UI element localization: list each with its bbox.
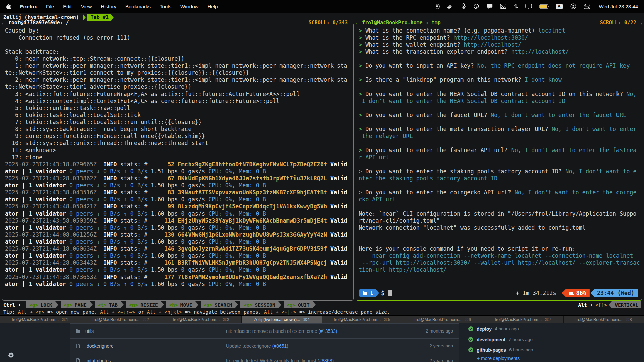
commit-age: 2 years ago [429, 343, 453, 348]
terminal-line: > What is the transaction explorer endpo… [359, 48, 641, 55]
left-pane[interactable]: root@d778a97e59de: / SCROLL: 0/343 Cause… [2, 23, 354, 301]
terminal-line: nter the staking pools factory account I… [359, 175, 641, 182]
deployment-name[interactable]: development [477, 337, 505, 342]
hint-quit: <q>QUIT [284, 301, 313, 308]
microphone-icon[interactable] [461, 3, 466, 9]
terminal-line: 8: std::sys::backtrace::__rust_begin_sho… [5, 126, 353, 133]
terminal-tab-7[interactable]: frol@MacBookPro.hom...⌘7 [483, 316, 564, 323]
control-center-icon[interactable] [584, 3, 590, 9]
file-name[interactable]: utils [85, 328, 226, 334]
commit-message: fix: exclude test WebAssembly from lingu… [226, 358, 334, 362]
commit-message: nit: refactor: remove a bunch of extern … [226, 328, 337, 334]
status-hints: <g>LOCK<p>PANE<t>TAB<n>RESIZE<h>MOVE<s>S… [26, 301, 318, 308]
file-name[interactable]: .gitattributes [85, 358, 226, 362]
terminal-line [359, 69, 641, 76]
terminal-line: > Do you want to enter the NEAR Social D… [359, 90, 641, 98]
terminal-tab-5[interactable]: frol@MacBookPro.hom...⌘5 [322, 316, 402, 323]
terminal-line: 1: near_network::peer_manager::network_s… [5, 62, 353, 69]
input-a-icon[interactable]: A [556, 4, 563, 9]
terminal-line: > What is the wallet endpoint? http://lo… [359, 41, 641, 48]
prompt-symbol: $ [381, 290, 384, 296]
menu-clock[interactable]: Wed Jul 23 23:44 [599, 4, 638, 9]
menu-file[interactable]: File [46, 4, 54, 9]
terminal-line: > Do you want to enter the fastnear API … [359, 147, 641, 154]
file-row: utilsnit: refactor: remove a bunch of ex… [70, 324, 459, 339]
shell-prompt: t $ + 1m 34.212s 86% 23:44 (Wed) [359, 289, 638, 297]
terminal-line: 2025-07-23T21:43:28.033862Z INFO stats: … [5, 175, 353, 182]
record-icon[interactable] [435, 4, 440, 9]
time-segment: 23:44 (Wed) [590, 289, 638, 297]
terminal-tab-1[interactable]: frol@MacBookPro.hom...⌘1 [0, 316, 80, 323]
deployment-name[interactable]: deploy [477, 326, 492, 332]
terminal-line: ator | 1 validator 0 peers ↓ 0 B/s ↑ 0 B… [5, 196, 353, 203]
menu-view[interactable]: View [81, 4, 92, 9]
display-icon[interactable] [525, 4, 532, 9]
terminal-line: 2025-07-23T21:43:38.043516Z INFO stats: … [5, 189, 353, 196]
terminal-line: ator | 1 validator 0 peers ↓ 0 B/s ↑ 0 B… [5, 252, 353, 259]
spiral-icon[interactable] [473, 3, 479, 9]
battery-icon[interactable] [539, 4, 548, 9]
left-pane-content: Caused by: Connection refused (os error … [5, 27, 353, 299]
menu-edit[interactable]: Edit [63, 4, 72, 9]
pr-link[interactable]: (#8868) [318, 358, 334, 362]
terminal-line: rt/near-cli/config.toml" [359, 217, 641, 224]
menu-bookmarks[interactable]: Bookmarks [125, 4, 151, 9]
menu-history[interactable]: History [101, 4, 116, 9]
terminal-line: 2025-07-23T21:44:18.060634Z INFO stats: … [5, 245, 353, 252]
pr-link[interactable]: (#8651) [272, 343, 288, 349]
file-icon [75, 343, 81, 349]
media-icon[interactable] [500, 4, 506, 9]
terminal-line: ator | 1 validator 0 peers ↓ 0 B/s ↑ 0 B… [5, 182, 353, 189]
pane-area: root@d778a97e59de: / SCROLL: 0/343 Cause… [0, 22, 644, 301]
terminal-line [5, 41, 353, 48]
more-deployments-link[interactable]: + more deployments [477, 356, 520, 361]
folder-icon [362, 291, 367, 295]
right-pane[interactable]: frol@MacBookPro.home : tmp SCROLL: 0/22 … [356, 23, 642, 301]
pr-link[interactable]: (#13533) [318, 328, 337, 334]
left-pane-scroll-indicator: SCROLL: 0/343 [307, 20, 350, 26]
terminal-line [359, 55, 641, 62]
terminal-line [359, 83, 641, 90]
terminal-tab-2[interactable]: frol@MacBookPro.hom...⌘2 [80, 316, 161, 323]
terminal-line [359, 105, 641, 112]
file-name[interactable]: .dockerignore [85, 343, 226, 349]
terminal-line: Note: `near` CLI configuration is stored… [359, 210, 641, 217]
terminal-line: te::NetworkState>::tier1_connect_to_my_p… [5, 69, 353, 76]
deployments-panel: deploy4 hours agodevelopment7 hours agog… [463, 323, 604, 362]
terminal-line: Caused by: [5, 27, 353, 34]
hint-pane: <p>PANE [61, 301, 90, 308]
terminal-line: Connection refused (os error 111) [5, 34, 353, 41]
deployment-name[interactable]: github-pages [477, 347, 506, 353]
menu-window[interactable]: Window [180, 4, 198, 9]
terminal-tab-3[interactable]: frol@MacBookPro.hom...⌘3 [161, 316, 241, 323]
terminal-line: > Do you want to input an API key? No, t… [359, 62, 641, 69]
check-icon [468, 326, 474, 332]
chat-icon[interactable] [487, 4, 493, 9]
docker-icon[interactable] [447, 4, 454, 9]
settings-gear-icon[interactable] [7, 352, 15, 359]
menu-items: FileEditViewHistoryBookmarksToolsWindowH… [46, 4, 218, 9]
menu-help[interactable]: Help [207, 4, 218, 9]
battery-segment: 86% [562, 289, 590, 297]
terminal-line [359, 161, 641, 168]
terminal-tab-8[interactable]: frol@MacBookPro.hom...⌘8 [564, 316, 644, 323]
terminal-line: ator | 1 validator 0 peers ↓ 0 B/s ↑ 0 B… [5, 266, 353, 274]
apple-menu-icon[interactable] [6, 3, 11, 9]
right-pane-title: frol@MacBookPro.home : tmp [360, 20, 443, 26]
file-icon [75, 358, 81, 362]
tab-1[interactable]: Tab #1 [87, 14, 111, 21]
terminal-line: 7: tokio::task::local::LocalSet::run_unt… [5, 119, 353, 126]
account-icon[interactable] [570, 3, 576, 9]
terminal-line: Stack backtrace: [5, 48, 353, 55]
arrows-icon[interactable] [514, 3, 518, 9]
terminal-line [359, 182, 641, 189]
terminal-tab-6[interactable]: frol@MacBookPro.hom...⌘6 [402, 316, 483, 323]
menu-tools[interactable]: Tools [160, 4, 171, 9]
terminal-line: 2025-07-23T21:44:38.073653Z INFO stats: … [5, 274, 353, 281]
terminal-tab-4[interactable]: Zellij (hysterical-crown)...⌘4 [241, 316, 322, 323]
active-app-name[interactable]: Firefox [20, 4, 37, 9]
hint-session: <o>SESSION [240, 301, 278, 308]
folder-icon [75, 328, 81, 334]
hint-move: <h>MOVE [166, 301, 195, 308]
terminal-cursor [388, 290, 392, 296]
